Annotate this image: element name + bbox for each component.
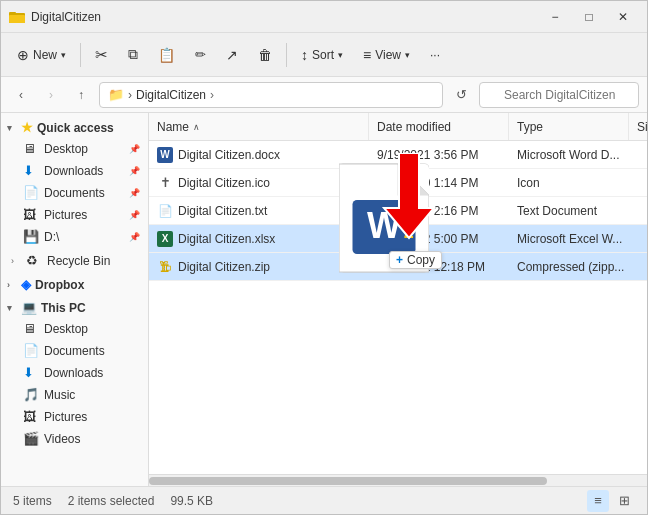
rename-button[interactable]: ✏ — [187, 39, 214, 71]
cut-button[interactable]: ✂ — [87, 39, 116, 71]
quick-access-section: ▾ ★ Quick access 🖥 Desktop 📌 ⬇ Downloads… — [1, 117, 148, 248]
recycle-bin-icon: ♻ — [26, 253, 42, 269]
new-button[interactable]: ⊕ New ▾ — [9, 39, 74, 71]
title-bar-left: DigitalCitizen — [9, 9, 101, 25]
sidebar-item-this-pc-music[interactable]: 🎵 Music — [3, 384, 146, 406]
large-icons-view-button[interactable]: ⊞ — [613, 490, 635, 512]
sidebar-this-pc-videos-label: Videos — [44, 432, 140, 446]
col-header-size[interactable]: Size — [629, 113, 647, 140]
share-button[interactable]: ↗ — [218, 39, 246, 71]
file-date-txt: 7/30/2020 2:16 PM — [369, 204, 509, 218]
recycle-bin-section: › ♻ Recycle Bin — [1, 250, 148, 272]
delete-button[interactable]: 🗑 — [250, 39, 280, 71]
rename-icon: ✏ — [195, 47, 206, 62]
docx-icon: W — [157, 147, 173, 163]
pictures-icon: 🖼 — [23, 207, 39, 223]
forward-button[interactable]: › — [39, 83, 63, 107]
horizontal-scrollbar-thumb[interactable] — [149, 477, 547, 485]
svg-rect-2 — [9, 12, 16, 15]
sidebar-item-this-pc-downloads[interactable]: ⬇ Downloads — [3, 362, 146, 384]
sort-button[interactable]: ↕ Sort ▾ — [293, 39, 351, 71]
col-type-label: Type — [517, 120, 543, 134]
refresh-button[interactable]: ↺ — [449, 83, 473, 107]
path-root: › — [128, 88, 132, 102]
txt-filename: Digital Citizen.txt — [178, 204, 267, 218]
file-name-docx: W Digital Citizen.docx — [149, 147, 369, 163]
sort-label: Sort — [312, 48, 334, 62]
file-name-zip: 🗜 Digital Citizen.zip — [149, 259, 369, 275]
sidebar-this-pc-pictures-label: Pictures — [44, 410, 140, 424]
quick-access-chevron: ▾ — [7, 123, 17, 133]
minimize-button[interactable]: − — [539, 5, 571, 29]
sidebar-drive-d-label: D:\ — [44, 230, 124, 244]
window-controls: − □ ✕ — [539, 5, 639, 29]
maximize-button[interactable]: □ — [573, 5, 605, 29]
sidebar-item-drive-d[interactable]: 💾 D:\ 📌 — [3, 226, 146, 248]
this-pc-header[interactable]: ▾ 💻 This PC — [1, 297, 148, 318]
svg-rect-1 — [9, 15, 25, 23]
sidebar-item-this-pc-documents[interactable]: 📄 Documents — [3, 340, 146, 362]
col-date-label: Date modified — [377, 120, 451, 134]
sidebar-item-this-pc-desktop[interactable]: 🖥 Desktop — [3, 318, 146, 340]
dropbox-icon: ◈ — [21, 277, 31, 292]
sidebar-pictures-label: Pictures — [44, 208, 124, 222]
sidebar-item-this-pc-videos[interactable]: 🎬 Videos — [3, 428, 146, 450]
ico-icon: ✝ — [157, 175, 173, 191]
sidebar-downloads-label: Downloads — [44, 164, 124, 178]
details-view-button[interactable]: ≡ — [587, 490, 609, 512]
more-button[interactable]: ··· — [422, 39, 448, 71]
col-header-name[interactable]: Name ∧ — [149, 113, 369, 140]
sidebar-item-pictures[interactable]: 🖼 Pictures 📌 — [3, 204, 146, 226]
this-pc-chevron: ▾ — [7, 303, 17, 313]
this-pc-section: ▾ 💻 This PC 🖥 Desktop 📄 Documents ⬇ Down… — [1, 297, 148, 450]
xlsx-icon: X — [157, 231, 173, 247]
file-row-xlsx[interactable]: X Digital Citizen.xlsx 3/28/2022 5:00 PM… — [149, 225, 647, 253]
sidebar-item-documents[interactable]: 📄 Documents 📌 — [3, 182, 146, 204]
zip-filename: Digital Citizen.zip — [178, 260, 270, 274]
paste-button[interactable]: 📋 — [150, 39, 183, 71]
col-header-date[interactable]: Date modified — [369, 113, 509, 140]
desktop-icon: 🖥 — [23, 141, 39, 157]
file-date-ico: 1/10/2020 1:14 PM — [369, 176, 509, 190]
sidebar-item-recycle-bin[interactable]: › ♻ Recycle Bin — [3, 250, 146, 272]
documents-pin-icon: 📌 — [129, 188, 140, 198]
quick-access-header[interactable]: ▾ ★ Quick access — [1, 117, 148, 138]
this-pc-music-icon: 🎵 — [23, 387, 39, 403]
dropbox-header[interactable]: › ◈ Dropbox — [1, 274, 148, 295]
pictures-pin-icon: 📌 — [129, 210, 140, 220]
file-row-zip[interactable]: 🗜 Digital Citizen.zip 3/31/2022 12:18 PM… — [149, 253, 647, 281]
copy-tool-button[interactable]: ⧉ — [120, 39, 146, 71]
this-pc-downloads-icon: ⬇ — [23, 365, 39, 381]
ico-filename: Digital Citizen.ico — [178, 176, 270, 190]
this-pc-pictures-icon: 🖼 — [23, 409, 39, 425]
path-folder-name: DigitalCitizen — [136, 88, 206, 102]
search-input[interactable] — [479, 82, 639, 108]
file-explorer-window: DigitalCitizen − □ ✕ ⊕ New ▾ ✂ ⧉ 📋 ✏ ↗ — [0, 0, 648, 515]
more-icon: ··· — [430, 48, 440, 62]
search-wrapper: 🔍 — [479, 82, 639, 108]
status-bar: 5 items 2 items selected 99.5 KB ≡ ⊞ — [1, 486, 647, 514]
file-name-txt: 📄 Digital Citizen.txt — [149, 203, 369, 219]
status-right: ≡ ⊞ — [587, 490, 635, 512]
col-name-label: Name — [157, 120, 189, 134]
file-row-txt[interactable]: 📄 Digital Citizen.txt 7/30/2020 2:16 PM … — [149, 197, 647, 225]
up-button[interactable]: ↑ — [69, 83, 93, 107]
file-row-docx[interactable]: W Digital Citizen.docx 9/19/2021 3:56 PM… — [149, 141, 647, 169]
close-button[interactable]: ✕ — [607, 5, 639, 29]
file-row-ico[interactable]: ✝ Digital Citizen.ico 1/10/2020 1:14 PM … — [149, 169, 647, 197]
address-path[interactable]: 📁 › DigitalCitizen › — [99, 82, 443, 108]
sidebar-item-desktop[interactable]: 🖥 Desktop 📌 — [3, 138, 146, 160]
copy-tool-icon: ⧉ — [128, 46, 138, 63]
col-header-type[interactable]: Type — [509, 113, 629, 140]
share-icon: ↗ — [226, 47, 238, 63]
docx-filename: Digital Citizen.docx — [178, 148, 280, 162]
quick-access-star-icon: ★ — [21, 120, 33, 135]
selected-size: 99.5 KB — [170, 494, 213, 508]
sidebar-item-this-pc-pictures[interactable]: 🖼 Pictures — [3, 406, 146, 428]
file-date-docx: 9/19/2021 3:56 PM — [369, 148, 509, 162]
horizontal-scrollbar[interactable] — [149, 474, 647, 486]
back-button[interactable]: ‹ — [9, 83, 33, 107]
sidebar-item-downloads[interactable]: ⬇ Downloads 📌 — [3, 160, 146, 182]
view-button[interactable]: ≡ View ▾ — [355, 39, 418, 71]
dropbox-label: Dropbox — [35, 278, 84, 292]
